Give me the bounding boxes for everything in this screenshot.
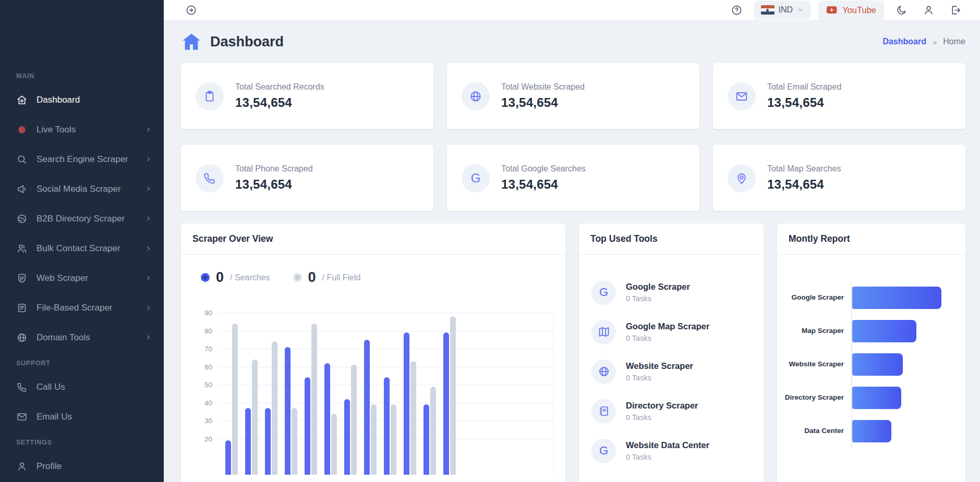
phone-icon: [196, 164, 224, 192]
breadcrumb-current[interactable]: Dashboard: [882, 37, 926, 46]
sidebar-item-call-us[interactable]: Call Us: [0, 372, 164, 402]
legend-item-full-field[interactable]: 0 / Full Field: [293, 269, 361, 286]
monthly-category-label: Data Center: [782, 427, 851, 435]
sidebar-item-b2b-directory-scraper[interactable]: B2B Directory Scraper: [0, 204, 164, 233]
gridline: [219, 367, 554, 367]
monthly-bar-map-scraper: [852, 320, 916, 342]
stat-value: 13,54,654: [501, 95, 585, 110]
profile-button[interactable]: [918, 0, 938, 20]
scraper-overview-panel: Scraper Over View 0 / Searches 0 / Full …: [181, 224, 565, 482]
monthly-row-directory-scraper: Directory Scraper: [782, 381, 956, 414]
y-axis-tick-label: 50: [191, 381, 212, 389]
tool-item-website-scraper[interactable]: Website Scraper0 Tasks: [591, 352, 751, 391]
page-title-row: Dashboard Dashboard » Home: [181, 32, 965, 51]
sidebar-item-search-engine-scraper[interactable]: Search Engine Scraper: [0, 144, 164, 174]
mail-icon: [728, 82, 756, 110]
sidebar-item-bulk-contact-scraper[interactable]: Bulk Contact Scraper: [0, 233, 164, 263]
tool-text: Google Map Scraper0 Tasks: [626, 322, 709, 342]
sidebar-toggle-button[interactable]: [181, 0, 201, 20]
stat-value: 13,54,654: [767, 177, 841, 192]
content-area: Dashboard Dashboard » Home Total Searche…: [164, 20, 980, 482]
stat-text: Total Map Searches13,54,654: [767, 164, 841, 192]
plot-right-edge: [553, 313, 554, 475]
chevron-right-icon: [144, 244, 152, 252]
sidebar-item-email-us[interactable]: Email Us: [0, 402, 164, 431]
bar-full-field-10: [410, 361, 416, 475]
sidebar-item-web-scraper[interactable]: Web Scraper: [0, 263, 164, 293]
bar-searches-3: [265, 408, 271, 475]
sidebar-item-label: Call Us: [37, 382, 152, 392]
tool-name: Website Data Center: [626, 440, 709, 450]
bar-searches-10: [404, 332, 409, 475]
clipboard-icon: [196, 82, 224, 110]
globe-icon: [462, 82, 490, 110]
top-tools-title: Top Used Tools: [590, 233, 658, 244]
bar-full-field-8: [371, 404, 377, 475]
scraper-bar-chart: 9080706050403020: [191, 302, 555, 482]
stat-card-total-map-searches: Total Map Searches13,54,654: [713, 145, 965, 211]
monthly-bar-track: [851, 281, 956, 314]
bar-searches-6: [324, 363, 330, 475]
globe-icon: [16, 332, 28, 343]
panels-row: Scraper Over View 0 / Searches 0 / Full …: [181, 224, 965, 482]
sidebar-item-domain-tools[interactable]: Domain Tools: [0, 323, 164, 352]
record-dot-icon: [16, 124, 28, 135]
legend-item-searches[interactable]: 0 / Searches: [201, 269, 270, 286]
stat-text: Total Searched Records13,54,654: [235, 82, 324, 110]
monthly-row-google-scraper: Google Scraper: [782, 281, 956, 314]
stat-value: 13,54,654: [767, 95, 841, 110]
legend-dot-gray-icon: [293, 273, 302, 282]
sidebar-item-label: Email Us: [37, 412, 152, 422]
bar-searches-11: [424, 404, 429, 475]
map-folded-icon: [591, 320, 616, 344]
breadcrumb-parent[interactable]: Home: [943, 37, 965, 46]
sidebar-item-file-based-scraper[interactable]: File-Based Scraper: [0, 293, 164, 323]
bar-full-field-12: [450, 316, 456, 475]
tool-item-google-map-scraper[interactable]: Google Map Scraper0 Tasks: [591, 312, 751, 352]
tool-item-website-data-center[interactable]: GWebsite Data Center0 Tasks: [591, 431, 751, 471]
bar-searches-2: [245, 408, 251, 475]
gridline: [219, 331, 554, 331]
topbar: IND YouTube: [164, 0, 980, 20]
legend-dot-blue-icon: [201, 273, 210, 282]
help-button[interactable]: [727, 0, 747, 20]
tool-name: Directory Scraper: [626, 401, 698, 411]
tool-item-google-scraper[interactable]: GGoogle Scraper0 Tasks: [591, 273, 751, 312]
youtube-button[interactable]: YouTube: [818, 1, 884, 20]
tool-text: Website Scraper0 Tasks: [626, 361, 693, 382]
stat-card-total-google-searches: GTotal Google Searches13,54,654: [447, 145, 699, 211]
sidebar-item-label: Web Scraper: [37, 273, 144, 283]
chevron-right-icon: [144, 274, 152, 282]
sidebar-item-social-media-scraper[interactable]: Social Media Scraper: [0, 174, 164, 204]
main-column: IND YouTube: [164, 0, 980, 482]
breadcrumb: Dashboard » Home: [882, 37, 965, 46]
stat-value: 13,54,654: [501, 177, 586, 192]
theme-toggle-button[interactable]: [891, 0, 911, 20]
breadcrumb-separator: »: [933, 38, 937, 46]
language-selector[interactable]: IND: [754, 1, 812, 19]
stat-card-total-phone-scraped: Total Phone Scraped13,54,654: [181, 145, 433, 211]
chevron-right-icon: [144, 304, 152, 312]
monthly-bar-track: [851, 348, 956, 381]
sidebar-item-dashboard[interactable]: Dashboard: [0, 85, 164, 115]
users-icon: [16, 243, 28, 254]
monthly-bar-track: [851, 381, 956, 414]
top-tools-panel: Top Used Tools GGoogle Scraper0 TasksGoo…: [579, 224, 764, 482]
chevron-right-icon: [144, 215, 152, 223]
bar-searches-12: [443, 332, 449, 475]
monthly-row-data-center: Data Center: [782, 414, 956, 448]
logout-button[interactable]: [946, 0, 965, 20]
tool-text: Google Scraper0 Tasks: [626, 282, 690, 303]
monthly-bar-data-center: [852, 420, 891, 442]
bar-searches-4: [285, 347, 291, 475]
home-icon: [16, 94, 28, 106]
file-lines-icon: [16, 302, 28, 314]
sidebar-item-live-tools[interactable]: Live Tools: [0, 115, 164, 144]
logout-icon: [950, 4, 962, 16]
tool-item-directory-scraper[interactable]: Directory Scraper0 Tasks: [591, 391, 751, 431]
sidebar-item-profile[interactable]: Profile: [0, 451, 164, 481]
top-tools-header: Top Used Tools: [579, 224, 764, 255]
monthly-category-label: Directory Scraper: [782, 393, 851, 402]
youtube-label: YouTube: [842, 5, 876, 15]
gridline: [219, 349, 554, 349]
